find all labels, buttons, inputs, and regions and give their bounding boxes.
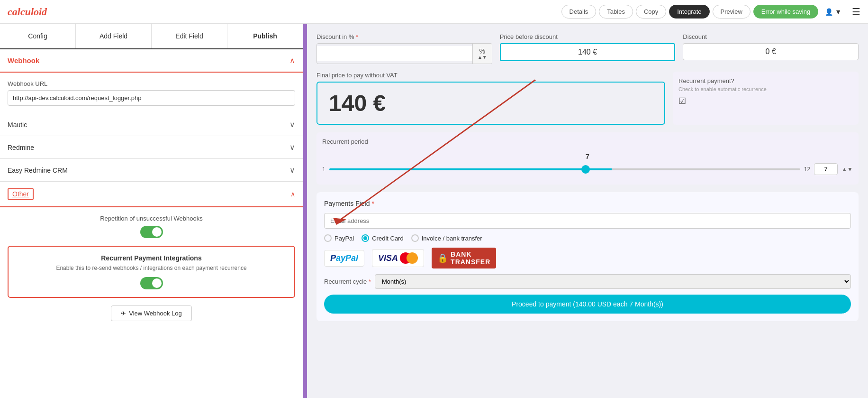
bank-transfer-logo: 🔒 BANKTRANSFER — [432, 248, 496, 268]
slider-stepper-icon[interactable]: ▲▼ — [841, 166, 853, 173]
redmine-chevron-icon: ∨ — [289, 143, 295, 152]
webhook-content: Webhook URL — [0, 73, 303, 113]
easy-redmine-label: Easy Redmine CRM — [8, 167, 68, 174]
stepper-arrows[interactable]: ▲▼ — [478, 55, 487, 60]
discount-row: Discount in % * % ▲▼ Price before discou… — [316, 33, 859, 64]
percent-symbol: % ▲▼ — [472, 44, 492, 64]
tab-config[interactable]: Config — [0, 24, 76, 48]
redmine-row[interactable]: Redmine ∨ — [0, 136, 303, 159]
user-icon: 👤 — [825, 8, 833, 16]
paypal-radio[interactable] — [324, 234, 332, 242]
purple-divider — [303, 24, 307, 398]
discount-input-wrapper: % ▲▼ — [316, 43, 492, 64]
final-price-row: Final price to pay without VAT 140 € Rec… — [316, 72, 859, 125]
payments-title: Payments Field * — [324, 200, 851, 207]
mautic-label: Mautic — [8, 121, 27, 129]
cycle-required-mark: * — [369, 278, 371, 285]
webhook-url-label: Webhook URL — [8, 80, 295, 87]
recurrent-period-slider[interactable] — [329, 168, 800, 170]
bank-lock-icon: 🔒 — [437, 253, 448, 263]
slider-min-label: 1 — [322, 166, 326, 173]
other-section: Other ∧ Repetition of unsuccessful Webho… — [0, 182, 303, 329]
nav-details-button[interactable]: Details — [561, 5, 597, 19]
paypal-option-label: PayPal — [335, 235, 354, 242]
user-menu[interactable]: 👤 ▼ — [821, 6, 845, 18]
tab-edit-field[interactable]: Edit Field — [152, 24, 227, 48]
left-panel: Config Add Field Edit Field Publish Webh… — [0, 24, 303, 398]
bank-transfer-radio[interactable] — [411, 234, 419, 242]
top-navigation: calculoid Details Tables Copy Integrate … — [0, 0, 868, 24]
payments-required-mark: * — [371, 200, 374, 207]
price-before-input[interactable] — [500, 43, 676, 61]
visa-text: VISA — [378, 253, 398, 263]
slider-value-label: 7 — [322, 153, 853, 160]
nav-tables-button[interactable]: Tables — [599, 5, 633, 19]
discount-percent-input[interactable] — [317, 46, 472, 61]
credit-card-option[interactable]: Credit Card — [362, 234, 403, 242]
recurrent-integration-toggle[interactable] — [140, 277, 163, 289]
proceed-payment-button[interactable]: Proceed to payment (140.00 USD each 7 Mo… — [324, 295, 851, 314]
final-price-display: 140 € — [316, 82, 665, 125]
tab-publish[interactable]: Publish — [227, 24, 303, 48]
webhook-chevron-icon: ∧ — [289, 56, 295, 65]
webhook-title: Webhook — [8, 56, 39, 65]
discount-value-col: Discount — [683, 33, 859, 64]
nav-copy-button[interactable]: Copy — [636, 5, 666, 19]
other-chevron-icon: ∧ — [290, 190, 295, 198]
other-section-header[interactable]: Other ∧ — [0, 182, 303, 207]
repetition-label: Repetition of unsuccessful Webhooks — [100, 215, 203, 222]
email-input[interactable] — [324, 213, 851, 229]
discount-value-label: Discount — [683, 33, 859, 40]
tab-add-field[interactable]: Add Field — [76, 24, 152, 48]
slider-max-label: 12 — [804, 166, 810, 173]
price-before-col: Price before discount — [500, 33, 676, 64]
mautic-chevron-icon: ∨ — [289, 120, 295, 129]
error-saving-button[interactable]: Error while saving — [753, 5, 818, 19]
view-webhook-log-button[interactable]: ✈ View Webhook Log — [111, 305, 192, 321]
right-panel: Discount in % * % ▲▼ Price before discou… — [307, 24, 868, 398]
bank-transfer-option-label: Invoice / bank transfer — [422, 235, 482, 242]
discount-value-input[interactable] — [683, 43, 859, 60]
toggle-slider — [140, 226, 163, 238]
recurrent-cycle-select[interactable]: Month(s) Week(s) Year(s) — [375, 274, 851, 289]
webhook-section: Webhook ∧ Webhook URL — [0, 49, 303, 113]
final-price-label: Final price to pay without VAT — [316, 72, 665, 79]
recurrent-payment-box: Recurrent Payment Integrations Enable th… — [8, 246, 295, 298]
repetition-toggle[interactable] — [140, 226, 163, 238]
hamburger-menu[interactable]: ☰ — [852, 6, 860, 18]
final-price-col: Final price to pay without VAT 140 € — [316, 72, 665, 125]
easy-redmine-chevron-icon: ∨ — [289, 166, 295, 175]
send-icon: ✈ — [121, 310, 126, 317]
mc-circle-yellow — [407, 252, 418, 264]
recurrent-box-subtitle: Enable this to re-send webhooks / integr… — [16, 265, 287, 271]
bank-transfer-text: BANKTRANSFER — [451, 250, 490, 266]
nav-preview-button[interactable]: Preview — [713, 5, 750, 19]
nav-integrate-button[interactable]: Integrate — [669, 5, 709, 19]
visa-mastercard-logo: VISA — [372, 249, 424, 267]
recurrent-payment-label: Recurrent payment? — [678, 77, 853, 84]
discount-percent-label: Discount in % * — [316, 33, 492, 40]
app-logo: calculoid — [8, 6, 47, 18]
payments-section: Payments Field * PayPal Credit Card Invo… — [316, 192, 859, 321]
other-title-link[interactable]: Other — [12, 190, 29, 198]
mautic-row[interactable]: Mautic ∨ — [0, 113, 303, 136]
bank-transfer-option[interactable]: Invoice / bank transfer — [411, 234, 482, 242]
recurrent-box-title: Recurrent Payment Integrations — [16, 254, 287, 262]
tab-bar: Config Add Field Edit Field Publish — [0, 24, 303, 49]
slider-end-input[interactable] — [814, 163, 838, 175]
slider-row: 1 12 ▲▼ — [322, 163, 853, 175]
paypal-option[interactable]: PayPal — [324, 234, 354, 242]
webhook-url-input[interactable] — [8, 90, 295, 106]
other-content: Repetition of unsuccessful Webhooks Recu… — [0, 207, 303, 329]
recurrent-checkbox[interactable]: ☑ — [678, 96, 686, 106]
recurrent-period-label: Recurrent period — [322, 138, 853, 145]
price-before-label: Price before discount — [500, 33, 676, 40]
easy-redmine-row[interactable]: Easy Redmine CRM ∨ — [0, 159, 303, 182]
recurrent-toggle-slider — [140, 277, 163, 289]
paypal-logo: PayPal — [324, 250, 364, 267]
credit-card-option-label: Credit Card — [372, 235, 403, 242]
webhook-section-header[interactable]: Webhook ∧ — [0, 49, 303, 73]
slider-container: 7 1 12 ▲▼ — [322, 149, 853, 179]
recurrent-payment-col: Recurrent payment? Check to enable autom… — [673, 72, 859, 125]
credit-card-radio[interactable] — [362, 234, 369, 242]
